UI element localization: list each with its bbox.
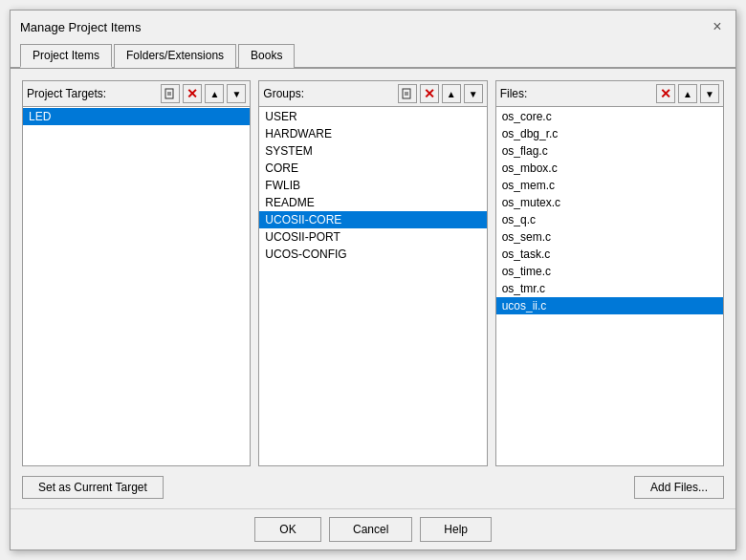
ok-button[interactable]: OK: [254, 517, 321, 542]
targets-down-button[interactable]: ▼: [227, 84, 246, 103]
files-panel: Files: ✕ ▲ ▼ os_core.c os_dbg_r.c os_fla…: [495, 80, 724, 466]
targets-new-button[interactable]: [161, 84, 180, 103]
list-item[interactable]: UCOSII-PORT: [259, 228, 486, 246]
list-item[interactable]: ucos_ii.c: [496, 297, 723, 314]
groups-list: USER HARDWARE SYSTEM CORE FWLIB README U…: [259, 107, 486, 465]
groups-down-button[interactable]: ▼: [464, 84, 483, 103]
groups-delete-button[interactable]: ✕: [420, 84, 439, 103]
delete-icon-files: ✕: [660, 86, 671, 101]
action-buttons-row: Set as Current Target Add Files...: [22, 474, 724, 501]
files-up-button[interactable]: ▲: [678, 84, 697, 103]
list-item[interactable]: os_dbg_r.c: [496, 125, 723, 142]
dialog-title: Manage Project Items: [20, 20, 141, 34]
list-item[interactable]: os_mbox.c: [496, 160, 723, 177]
help-button[interactable]: Help: [420, 517, 492, 542]
tab-project-items[interactable]: Project Items: [20, 44, 112, 68]
targets-delete-button[interactable]: ✕: [183, 84, 202, 103]
list-item[interactable]: os_tmr.c: [496, 280, 723, 297]
groups-panel: Groups: ✕ ▲ ▼: [258, 80, 487, 466]
list-item[interactable]: os_q.c: [496, 211, 723, 228]
list-item[interactable]: LED: [23, 108, 250, 125]
list-item[interactable]: os_mem.c: [496, 177, 723, 194]
add-files-button[interactable]: Add Files...: [634, 476, 724, 499]
groups-new-button[interactable]: [398, 84, 417, 103]
set-current-target-button[interactable]: Set as Current Target: [22, 476, 164, 499]
down-arrow-icon-files: ▼: [705, 89, 714, 99]
targets-up-button[interactable]: ▲: [205, 84, 224, 103]
up-arrow-icon-files: ▲: [683, 89, 692, 99]
new-file-icon: [165, 88, 176, 99]
list-item[interactable]: os_flag.c: [496, 142, 723, 160]
files-delete-button[interactable]: ✕: [656, 84, 675, 103]
delete-icon: ✕: [186, 86, 198, 101]
targets-list: LED: [23, 107, 250, 465]
svg-rect-0: [165, 89, 173, 98]
list-item[interactable]: os_mutex.c: [496, 194, 723, 211]
project-targets-panel: Project Targets: ✕ ▲: [22, 80, 251, 466]
content-area: Project Targets: ✕ ▲: [11, 69, 735, 508]
tab-folders-extensions[interactable]: Folders/Extensions: [114, 44, 236, 68]
down-arrow-icon-groups: ▼: [469, 89, 478, 99]
list-item[interactable]: SYSTEM: [259, 142, 486, 160]
list-item[interactable]: UCOS-CONFIG: [259, 246, 486, 263]
dialog-footer: OK Cancel Help: [11, 508, 735, 549]
list-item[interactable]: UCOSII-CORE: [259, 211, 486, 228]
delete-icon-groups: ✕: [424, 86, 435, 101]
files-list: os_core.c os_dbg_r.c os_flag.c os_mbox.c…: [496, 107, 723, 465]
list-item[interactable]: CORE: [259, 160, 486, 177]
files-header: Files: ✕ ▲ ▼: [496, 81, 723, 107]
list-item[interactable]: HARDWARE: [259, 125, 486, 142]
tabs-bar: Project Items Folders/Extensions Books: [11, 39, 735, 69]
svg-rect-3: [403, 89, 410, 98]
panels-container: Project Targets: ✕ ▲: [22, 80, 724, 466]
list-item[interactable]: README: [259, 194, 486, 211]
groups-up-button[interactable]: ▲: [442, 84, 461, 103]
list-item[interactable]: os_time.c: [496, 263, 723, 280]
up-arrow-icon-groups: ▲: [447, 89, 456, 99]
close-button[interactable]: ×: [709, 18, 726, 35]
new-file-icon-groups: [402, 88, 413, 99]
tab-books[interactable]: Books: [238, 44, 295, 68]
manage-project-items-dialog: Manage Project Items × Project Items Fol…: [10, 10, 736, 550]
targets-label: Project Targets:: [27, 87, 106, 100]
groups-label: Groups:: [263, 87, 304, 100]
list-item[interactable]: os_sem.c: [496, 228, 723, 246]
groups-header: Groups: ✕ ▲ ▼: [259, 81, 486, 107]
list-item[interactable]: FWLIB: [259, 177, 486, 194]
list-item[interactable]: USER: [259, 108, 486, 125]
files-down-button[interactable]: ▼: [700, 84, 719, 103]
list-item[interactable]: os_core.c: [496, 108, 723, 125]
files-label: Files:: [500, 87, 528, 100]
targets-header: Project Targets: ✕ ▲: [23, 81, 250, 107]
cancel-button[interactable]: Cancel: [329, 517, 412, 542]
list-item[interactable]: os_task.c: [496, 246, 723, 263]
down-arrow-icon: ▼: [231, 89, 241, 99]
title-bar: Manage Project Items ×: [11, 11, 735, 39]
up-arrow-icon: ▲: [209, 89, 219, 99]
